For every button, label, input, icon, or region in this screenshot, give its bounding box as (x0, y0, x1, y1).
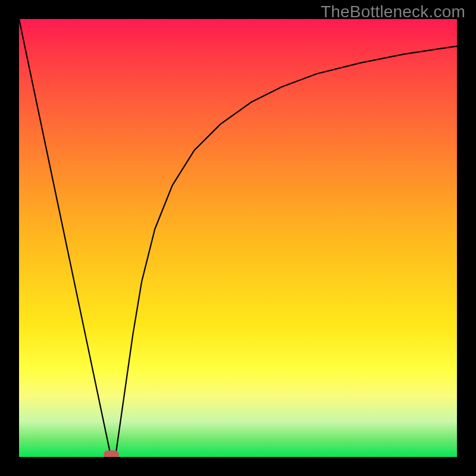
chart-frame: TheBottleneck.com (0, 0, 476, 476)
ideal-marker (104, 450, 119, 457)
bottleneck-curve (19, 19, 457, 457)
plot-area (19, 19, 457, 457)
watermark-text: TheBottleneck.com (321, 2, 465, 21)
